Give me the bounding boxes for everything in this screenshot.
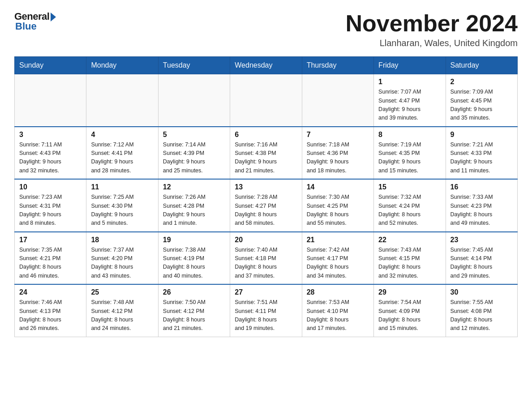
day-info: Sunrise: 7:38 AM Sunset: 4:19 PM Dayligh… bbox=[163, 246, 225, 281]
day-number: 7 bbox=[307, 131, 369, 139]
calendar-cell: 14Sunrise: 7:30 AM Sunset: 4:25 PM Dayli… bbox=[302, 179, 373, 232]
calendar-cell bbox=[86, 74, 158, 127]
calendar-cell: 11Sunrise: 7:25 AM Sunset: 4:30 PM Dayli… bbox=[86, 179, 158, 232]
calendar-cell: 18Sunrise: 7:37 AM Sunset: 4:20 PM Dayli… bbox=[86, 232, 158, 285]
calendar-cell: 21Sunrise: 7:42 AM Sunset: 4:17 PM Dayli… bbox=[302, 232, 373, 285]
day-number: 8 bbox=[378, 131, 441, 139]
weekday-header-friday: Friday bbox=[374, 57, 446, 74]
weekday-header-sunday: Sunday bbox=[15, 57, 86, 74]
day-info: Sunrise: 7:19 AM Sunset: 4:35 PM Dayligh… bbox=[378, 141, 441, 176]
day-info: Sunrise: 7:26 AM Sunset: 4:28 PM Dayligh… bbox=[163, 193, 225, 228]
calendar-cell: 16Sunrise: 7:33 AM Sunset: 4:23 PM Dayli… bbox=[446, 179, 517, 232]
calendar-cell bbox=[15, 74, 86, 127]
day-number: 24 bbox=[19, 288, 82, 296]
day-number: 15 bbox=[378, 183, 441, 191]
calendar-cell: 29Sunrise: 7:54 AM Sunset: 4:09 PM Dayli… bbox=[374, 284, 446, 337]
day-info: Sunrise: 7:23 AM Sunset: 4:31 PM Dayligh… bbox=[19, 193, 82, 228]
day-info: Sunrise: 7:33 AM Sunset: 4:23 PM Dayligh… bbox=[450, 193, 513, 228]
calendar-cell: 13Sunrise: 7:28 AM Sunset: 4:27 PM Dayli… bbox=[230, 179, 302, 232]
weekday-header-thursday: Thursday bbox=[302, 57, 373, 74]
calendar-cell: 4Sunrise: 7:12 AM Sunset: 4:41 PM Daylig… bbox=[86, 127, 158, 180]
day-info: Sunrise: 7:50 AM Sunset: 4:12 PM Dayligh… bbox=[163, 298, 225, 333]
day-info: Sunrise: 7:16 AM Sunset: 4:38 PM Dayligh… bbox=[235, 141, 297, 176]
month-title: November 2024 bbox=[346, 11, 518, 36]
day-info: Sunrise: 7:35 AM Sunset: 4:21 PM Dayligh… bbox=[19, 246, 82, 281]
week-row-3: 10Sunrise: 7:23 AM Sunset: 4:31 PM Dayli… bbox=[15, 179, 518, 232]
calendar-cell: 1Sunrise: 7:07 AM Sunset: 4:47 PM Daylig… bbox=[374, 74, 446, 127]
day-number: 23 bbox=[450, 236, 513, 244]
calendar-cell: 25Sunrise: 7:48 AM Sunset: 4:12 PM Dayli… bbox=[86, 284, 158, 337]
calendar-cell: 27Sunrise: 7:51 AM Sunset: 4:11 PM Dayli… bbox=[230, 284, 302, 337]
day-info: Sunrise: 7:18 AM Sunset: 4:36 PM Dayligh… bbox=[307, 141, 369, 176]
day-info: Sunrise: 7:25 AM Sunset: 4:30 PM Dayligh… bbox=[91, 193, 153, 228]
day-number: 4 bbox=[91, 131, 153, 139]
day-number: 21 bbox=[307, 236, 369, 244]
weekday-header-saturday: Saturday bbox=[446, 57, 517, 74]
day-number: 5 bbox=[163, 131, 225, 139]
day-number: 11 bbox=[91, 183, 153, 191]
day-number: 6 bbox=[235, 131, 297, 139]
day-number: 30 bbox=[450, 288, 513, 296]
day-info: Sunrise: 7:43 AM Sunset: 4:15 PM Dayligh… bbox=[378, 246, 441, 281]
calendar-cell: 26Sunrise: 7:50 AM Sunset: 4:12 PM Dayli… bbox=[158, 284, 230, 337]
calendar-cell: 10Sunrise: 7:23 AM Sunset: 4:31 PM Dayli… bbox=[15, 179, 86, 232]
calendar-cell: 15Sunrise: 7:32 AM Sunset: 4:24 PM Dayli… bbox=[374, 179, 446, 232]
week-row-5: 24Sunrise: 7:46 AM Sunset: 4:13 PM Dayli… bbox=[15, 284, 518, 337]
calendar-cell: 3Sunrise: 7:11 AM Sunset: 4:43 PM Daylig… bbox=[15, 127, 86, 180]
day-info: Sunrise: 7:09 AM Sunset: 4:45 PM Dayligh… bbox=[450, 88, 513, 123]
day-info: Sunrise: 7:54 AM Sunset: 4:09 PM Dayligh… bbox=[378, 298, 441, 333]
calendar-cell bbox=[302, 74, 373, 127]
calendar-cell bbox=[230, 74, 302, 127]
calendar-cell: 24Sunrise: 7:46 AM Sunset: 4:13 PM Dayli… bbox=[15, 284, 86, 337]
day-number: 9 bbox=[450, 131, 513, 139]
day-number: 13 bbox=[235, 183, 297, 191]
calendar-cell bbox=[158, 74, 230, 127]
day-info: Sunrise: 7:42 AM Sunset: 4:17 PM Dayligh… bbox=[307, 246, 369, 281]
day-number: 19 bbox=[163, 236, 225, 244]
calendar-cell: 28Sunrise: 7:53 AM Sunset: 4:10 PM Dayli… bbox=[302, 284, 373, 337]
day-info: Sunrise: 7:21 AM Sunset: 4:33 PM Dayligh… bbox=[450, 141, 513, 176]
weekday-header-wednesday: Wednesday bbox=[230, 57, 302, 74]
day-number: 2 bbox=[450, 78, 513, 86]
weekday-header-row: SundayMondayTuesdayWednesdayThursdayFrid… bbox=[15, 57, 518, 74]
day-info: Sunrise: 7:32 AM Sunset: 4:24 PM Dayligh… bbox=[378, 193, 441, 228]
week-row-1: 1Sunrise: 7:07 AM Sunset: 4:47 PM Daylig… bbox=[15, 74, 518, 127]
day-number: 3 bbox=[19, 131, 82, 139]
day-number: 29 bbox=[378, 288, 441, 296]
day-number: 18 bbox=[91, 236, 153, 244]
day-info: Sunrise: 7:40 AM Sunset: 4:18 PM Dayligh… bbox=[235, 246, 297, 281]
calendar-cell: 23Sunrise: 7:45 AM Sunset: 4:14 PM Dayli… bbox=[446, 232, 517, 285]
day-number: 14 bbox=[307, 183, 369, 191]
day-info: Sunrise: 7:46 AM Sunset: 4:13 PM Dayligh… bbox=[19, 298, 82, 333]
day-info: Sunrise: 7:07 AM Sunset: 4:47 PM Dayligh… bbox=[378, 88, 441, 123]
day-info: Sunrise: 7:51 AM Sunset: 4:11 PM Dayligh… bbox=[235, 298, 297, 333]
calendar-cell: 6Sunrise: 7:16 AM Sunset: 4:38 PM Daylig… bbox=[230, 127, 302, 180]
day-number: 12 bbox=[163, 183, 225, 191]
page-header: General Blue November 2024 Llanharan, Wa… bbox=[14, 11, 518, 48]
week-row-2: 3Sunrise: 7:11 AM Sunset: 4:43 PM Daylig… bbox=[15, 127, 518, 180]
calendar-cell: 9Sunrise: 7:21 AM Sunset: 4:33 PM Daylig… bbox=[446, 127, 517, 180]
weekday-header-tuesday: Tuesday bbox=[158, 57, 230, 74]
calendar-cell: 8Sunrise: 7:19 AM Sunset: 4:35 PM Daylig… bbox=[374, 127, 446, 180]
week-row-4: 17Sunrise: 7:35 AM Sunset: 4:21 PM Dayli… bbox=[15, 232, 518, 285]
logo: General Blue bbox=[14, 11, 56, 32]
calendar-cell: 19Sunrise: 7:38 AM Sunset: 4:19 PM Dayli… bbox=[158, 232, 230, 285]
calendar-cell: 5Sunrise: 7:14 AM Sunset: 4:39 PM Daylig… bbox=[158, 127, 230, 180]
day-info: Sunrise: 7:14 AM Sunset: 4:39 PM Dayligh… bbox=[163, 141, 225, 176]
day-info: Sunrise: 7:30 AM Sunset: 4:25 PM Dayligh… bbox=[307, 193, 369, 228]
day-info: Sunrise: 7:48 AM Sunset: 4:12 PM Dayligh… bbox=[91, 298, 153, 333]
location-text: Llanharan, Wales, United Kingdom bbox=[346, 38, 518, 48]
day-info: Sunrise: 7:28 AM Sunset: 4:27 PM Dayligh… bbox=[235, 193, 297, 228]
day-number: 25 bbox=[91, 288, 153, 296]
day-number: 16 bbox=[450, 183, 513, 191]
logo-arrow-icon bbox=[51, 13, 56, 21]
day-number: 28 bbox=[307, 288, 369, 296]
day-number: 1 bbox=[378, 78, 441, 86]
weekday-header-monday: Monday bbox=[86, 57, 158, 74]
day-number: 20 bbox=[235, 236, 297, 244]
title-block: November 2024 Llanharan, Wales, United K… bbox=[346, 11, 518, 48]
calendar-cell: 20Sunrise: 7:40 AM Sunset: 4:18 PM Dayli… bbox=[230, 232, 302, 285]
day-number: 10 bbox=[19, 183, 82, 191]
calendar-cell: 12Sunrise: 7:26 AM Sunset: 4:28 PM Dayli… bbox=[158, 179, 230, 232]
calendar-cell: 7Sunrise: 7:18 AM Sunset: 4:36 PM Daylig… bbox=[302, 127, 373, 180]
